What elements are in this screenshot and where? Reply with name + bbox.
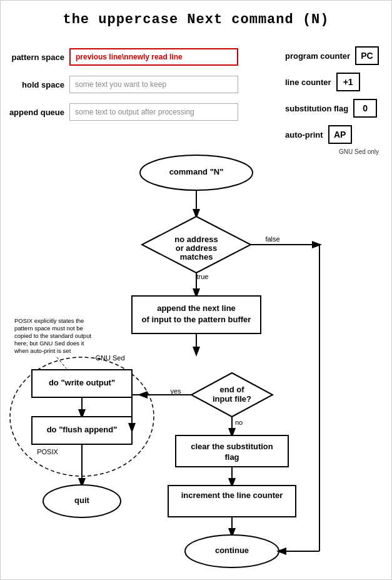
svg-text:flag: flag	[224, 452, 239, 462]
page-title: the uppercase Next command (N)	[1, 1, 391, 34]
svg-text:or address: or address	[176, 243, 217, 253]
auto-print-value: AP	[328, 125, 352, 144]
svg-text:no: no	[235, 419, 243, 426]
svg-text:no address: no address	[174, 235, 218, 244]
svg-text:true: true	[197, 273, 209, 280]
svg-text:copied to the standard output: copied to the standard output	[14, 332, 91, 339]
svg-text:POSIX: POSIX	[37, 448, 58, 455]
substitution-flag-label: substitution flag	[285, 104, 348, 113]
svg-text:input file?: input file?	[213, 394, 251, 404]
line-counter-label: line counter	[285, 78, 331, 87]
svg-text:of input to the pattern buffer: of input to the pattern buffer	[142, 315, 251, 324]
svg-text:increment the line counter: increment the line counter	[181, 491, 283, 500]
svg-text:GNU Sed: GNU Sed	[95, 354, 124, 362]
pattern-space-value: previous line\nnewly read line	[69, 48, 238, 66]
svg-text:clear the substitution: clear the substitution	[191, 442, 273, 451]
svg-text:matches: matches	[180, 252, 213, 262]
svg-text:when auto-print is set: when auto-print is set	[14, 347, 71, 354]
line-counter-row: line counter +1	[285, 72, 379, 92]
svg-text:end of: end of	[220, 385, 245, 394]
page: the uppercase Next command (N) pattern s…	[0, 0, 392, 580]
svg-text:here; but GNU Sed does it: here; but GNU Sed does it	[14, 340, 84, 347]
append-queue-label: append queue	[1, 108, 69, 117]
flowchart: command "N" no address or address matche…	[1, 148, 392, 573]
svg-text:POSIX explicitly states the: POSIX explicitly states the	[14, 317, 84, 324]
svg-text:do "flush append": do "flush append"	[47, 425, 118, 434]
substitution-flag-value: 0	[353, 99, 377, 118]
auto-print-label: auto-print	[285, 130, 323, 140]
pattern-space-label: pattern space	[1, 53, 69, 62]
svg-text:false: false	[265, 235, 279, 243]
svg-text:append the next line: append the next line	[157, 303, 236, 313]
program-counter-row: program counter PC	[285, 46, 379, 66]
svg-text:continue: continue	[215, 546, 249, 555]
svg-text:do "write output": do "write output"	[49, 378, 115, 387]
svg-line-51	[57, 357, 66, 369]
auto-print-row: auto-print AP	[285, 125, 379, 145]
program-counter-label: program counter	[285, 51, 350, 61]
program-counter-value: PC	[355, 46, 379, 65]
command-n-label: command "N"	[169, 167, 224, 176]
line-counter-value: +1	[336, 73, 360, 91]
append-queue-value: some text to output after processing	[69, 103, 238, 121]
hold-space-label: hold space	[1, 80, 69, 89]
substitution-flag-row: substitution flag 0	[285, 98, 379, 118]
svg-text:yes: yes	[170, 387, 181, 395]
svg-text:quit: quit	[74, 496, 89, 505]
hold-space-value: some text you want to keep	[69, 76, 238, 93]
svg-text:pattern space must not be: pattern space must not be	[14, 325, 83, 332]
right-registers-panel: program counter PC line counter +1 subst…	[285, 46, 379, 155]
